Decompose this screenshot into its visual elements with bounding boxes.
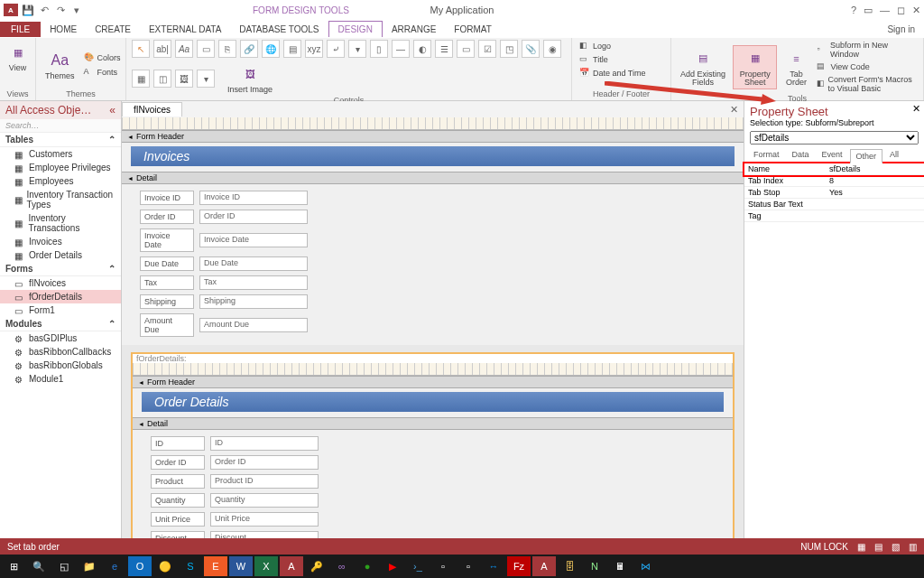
key-taskbar-icon[interactable]: 🔑 xyxy=(305,556,328,576)
order-details-title[interactable]: Order Details xyxy=(142,392,724,412)
listbox-control-icon[interactable]: ☰ xyxy=(435,40,453,58)
tab-format[interactable]: FORMAT xyxy=(445,22,500,37)
redo-icon[interactable]: ↷ xyxy=(54,4,67,16)
vs-taskbar-icon[interactable]: ∞ xyxy=(330,556,354,576)
edge-taskbar-icon[interactable]: e xyxy=(103,556,126,576)
propsheet-tab-format[interactable]: Format xyxy=(748,148,785,163)
themes-button[interactable]: AaThemes xyxy=(42,48,79,82)
ps-taskbar-icon[interactable]: ›_ xyxy=(406,556,430,576)
view-design-icon[interactable]: ▦ xyxy=(857,542,865,552)
field-label[interactable]: Order ID xyxy=(151,455,205,470)
excel-taskbar-icon[interactable]: X xyxy=(254,556,278,576)
field-control[interactable]: Due Date xyxy=(199,256,308,271)
field-label[interactable]: Amount Due xyxy=(140,313,194,337)
field-label[interactable]: Invoice Date xyxy=(140,228,194,252)
toggle-control-icon[interactable]: ◐ xyxy=(413,40,431,58)
access-taskbar-icon[interactable]: A xyxy=(280,556,303,576)
skype-taskbar-icon[interactable]: S xyxy=(179,556,202,576)
convert-macros-button[interactable]: ◧Convert Form's Macros to Visual Basic xyxy=(815,74,918,94)
propsheet-close-icon[interactable]: ✕ xyxy=(912,103,920,115)
nav-item[interactable]: ▦Inventory Transaction Types xyxy=(0,188,121,211)
add-fields-button[interactable]: ▤Add Existing Fields xyxy=(677,46,729,89)
yt-taskbar-icon[interactable]: ▶ xyxy=(381,556,404,576)
save-icon[interactable]: 💾 xyxy=(22,4,34,16)
tab-file[interactable]: FILE xyxy=(0,22,41,37)
field-control[interactable]: Order ID xyxy=(199,210,308,224)
ribbon-collapse-icon[interactable]: ▭ xyxy=(864,5,873,16)
access2-taskbar-icon[interactable]: A xyxy=(532,556,556,576)
tab-database-tools[interactable]: DATABASE TOOLS xyxy=(230,22,328,37)
title-button[interactable]: ▭Title xyxy=(578,53,665,66)
subform-new-window-button[interactable]: ▫Subform in New Window xyxy=(815,40,918,60)
signin-link[interactable]: Sign in xyxy=(887,24,924,34)
prop-value[interactable]: sfDetails xyxy=(826,163,924,174)
label-control-icon[interactable]: Aa xyxy=(175,40,193,58)
nav-item[interactable]: ▦Employee Privileges xyxy=(0,161,121,174)
subform-control-icon[interactable]: ▦ xyxy=(132,70,150,88)
field-control[interactable]: Tax xyxy=(199,275,308,290)
select-tool-icon[interactable]: ↖ xyxy=(132,40,150,58)
nav-item[interactable]: ▦Customers xyxy=(0,147,121,161)
propsheet-tab-event[interactable]: Event xyxy=(817,148,848,163)
misc1-taskbar-icon[interactable]: ▫ xyxy=(431,556,455,576)
nav-item[interactable]: ▦Employees xyxy=(0,174,121,188)
nav-item[interactable]: ⚙basGDIPlus xyxy=(0,331,121,345)
vscode-taskbar-icon[interactable]: ⋈ xyxy=(633,556,657,576)
tab-external-data[interactable]: EXTERNAL DATA xyxy=(140,22,230,37)
field-control[interactable]: ID xyxy=(210,436,319,451)
line-control-icon[interactable]: ― xyxy=(392,40,410,58)
logo-button[interactable]: ◧Logo xyxy=(578,40,665,52)
nav-item[interactable]: ▭Form1 xyxy=(0,303,121,317)
nav-item[interactable]: ▭fOrderDetails xyxy=(0,290,121,303)
rectangle-control-icon[interactable]: ▭ xyxy=(457,40,475,58)
nav-item[interactable]: ⚙Module1 xyxy=(0,372,121,386)
field-control[interactable]: Quantity xyxy=(210,493,319,508)
propsheet-tab-other[interactable]: Other xyxy=(850,149,883,163)
subform-section-detail[interactable]: Detail xyxy=(133,417,733,430)
checkbox-control-icon[interactable]: ☑ xyxy=(478,40,496,58)
property-sheet-button[interactable]: ▦Property Sheet xyxy=(733,45,777,89)
field-label[interactable]: Invoice ID xyxy=(140,191,194,205)
webbrowser-control-icon[interactable]: 🌐 xyxy=(262,40,280,58)
nav-collapse-icon[interactable]: « xyxy=(109,104,116,117)
section-detail[interactable]: Detail xyxy=(122,172,744,184)
form-design-surface[interactable]: Form Header Invoices Detail Invoice IDIn… xyxy=(122,117,744,538)
document-close-icon[interactable]: ✕ xyxy=(730,104,738,116)
chart-control-icon[interactable]: ▯ xyxy=(370,40,388,58)
prop-value[interactable]: Yes xyxy=(826,187,924,198)
navigation-control-icon[interactable]: ▤ xyxy=(283,40,301,58)
close-icon[interactable]: ✕ xyxy=(912,5,920,16)
field-label[interactable]: Quantity xyxy=(151,493,205,508)
combobox-control-icon[interactable]: ▾ xyxy=(348,40,366,58)
field-label[interactable]: Due Date xyxy=(140,256,194,271)
view-datasheet-icon[interactable]: ▥ xyxy=(909,542,917,552)
textbox-control-icon[interactable]: ab| xyxy=(153,40,171,58)
optiongroup-control-icon[interactable]: xyz xyxy=(305,40,323,58)
nav-item[interactable]: ⚙basRibbonGlobals xyxy=(0,359,121,372)
insert-image-button[interactable]: 🖼Insert Image xyxy=(224,61,276,96)
nav-item[interactable]: ▦Order Details xyxy=(0,248,121,262)
fonts-button[interactable]: AFonts xyxy=(82,66,123,79)
field-control[interactable]: Order ID xyxy=(210,455,319,470)
invoices-title[interactable]: Invoices xyxy=(131,146,735,166)
tab-design[interactable]: DESIGN xyxy=(328,21,383,37)
tab-arrange[interactable]: ARRANGE xyxy=(383,22,445,37)
field-label[interactable]: ID xyxy=(151,436,205,451)
undo-icon[interactable]: ↶ xyxy=(38,4,51,16)
subform-section-header[interactable]: Form Header xyxy=(133,376,733,388)
calc-taskbar-icon[interactable]: 🖩 xyxy=(608,556,632,576)
propsheet-tab-data[interactable]: Data xyxy=(787,148,815,163)
link-control-icon[interactable]: 🔗 xyxy=(240,40,258,58)
unbound-object-icon[interactable]: ◳ xyxy=(500,40,518,58)
field-label[interactable]: Tax xyxy=(140,275,194,290)
colors-button[interactable]: 🎨Colors xyxy=(82,51,123,64)
outlook-taskbar-icon[interactable]: O xyxy=(128,556,152,576)
propsheet-object-selector[interactable]: sfDetails xyxy=(750,131,919,144)
maximize-icon[interactable]: ◻ xyxy=(897,5,905,16)
prop-value[interactable]: 8 xyxy=(826,175,924,186)
field-control[interactable]: Invoice ID xyxy=(199,191,308,205)
tab-create[interactable]: CREATE xyxy=(86,22,140,37)
view-code-button[interactable]: ▤View Code xyxy=(815,61,918,73)
image-control-icon[interactable]: 🖼 xyxy=(175,70,193,88)
tab-control-icon[interactable]: ⎘ xyxy=(218,40,236,58)
